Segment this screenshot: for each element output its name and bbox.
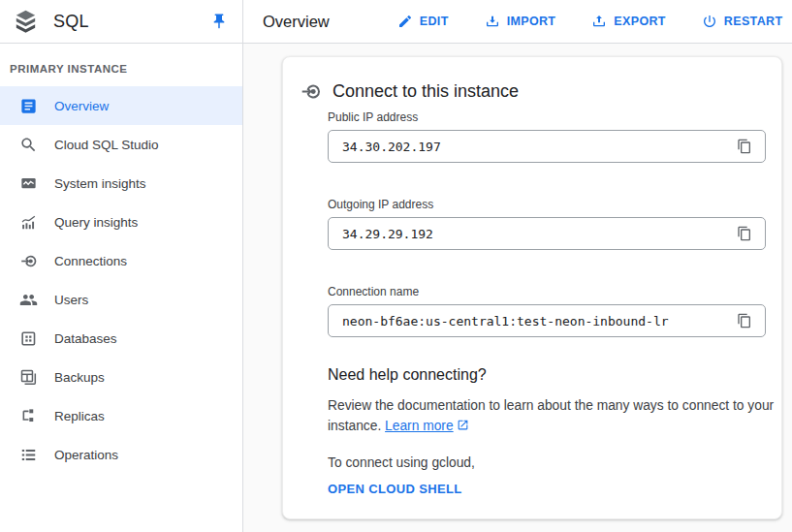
action-buttons: EDIT IMPORT EXPORT RESTART	[397, 14, 792, 29]
sidebar-item-label: System insights	[54, 176, 146, 191]
field-label: Connection name	[328, 285, 766, 298]
copy-icon	[737, 313, 752, 329]
connection-icon	[19, 252, 38, 270]
sidebar-item-replicas[interactable]: Replicas	[0, 396, 242, 435]
primary-instance-section-label: PRIMARY INSTANCE	[0, 44, 242, 86]
copy-button[interactable]	[732, 221, 757, 246]
document-icon	[19, 97, 38, 115]
action-bar: Overview EDIT IMPORT EXPORT	[243, 0, 792, 44]
copy-icon	[737, 139, 752, 154]
export-icon	[591, 14, 607, 29]
sidebar-item-label: Query insights	[54, 215, 138, 230]
help-title: Need help connecting?	[328, 366, 766, 384]
help-text: Review the documentation to learn about …	[328, 395, 787, 436]
edit-button[interactable]: EDIT	[397, 14, 449, 29]
sidebar-item-databases[interactable]: Databases	[0, 319, 242, 358]
monitor-chart-icon	[19, 174, 38, 193]
sidebar-item-connections[interactable]: Connections	[0, 241, 242, 280]
sidebar-item-label: Backups	[54, 370, 105, 385]
connection-name-field: neon-bf6ae:us-central1:test-neon-inbound…	[328, 304, 766, 337]
content-area: Connect to this instance Public IP addre…	[243, 44, 792, 532]
sidebar-header: SQL	[0, 0, 242, 44]
copy-icon	[737, 226, 752, 241]
cloud-sql-logo-icon	[13, 9, 39, 35]
sidebar-item-cloud-sql-studio[interactable]: Cloud SQL Studio	[0, 125, 242, 164]
field-label: Outgoing IP address	[328, 198, 766, 211]
sidebar-item-query-insights[interactable]: Query insights	[0, 203, 242, 241]
power-icon	[702, 14, 717, 29]
sidebar-item-label: Users	[54, 293, 88, 307]
cloud-sql-console: SQL PRIMARY INSTANCE Overview Cloud SQL …	[0, 0, 792, 532]
card-title: Connect to this instance	[333, 81, 519, 102]
card-body: Public IP address 34.30.202.197 Outgoing…	[328, 110, 766, 497]
sidebar-item-operations[interactable]: Operations	[0, 435, 242, 474]
field-value: 34.29.29.192	[342, 227, 732, 241]
sidebar-item-label: Operations	[54, 448, 118, 462]
action-label: EXPORT	[614, 15, 666, 28]
action-label: IMPORT	[507, 15, 556, 28]
sidebar-item-system-insights[interactable]: System insights	[0, 164, 242, 203]
import-button[interactable]: IMPORT	[485, 14, 556, 29]
sidebar-item-label: Connections	[54, 254, 127, 268]
pin-button[interactable]	[208, 11, 230, 32]
push-pin-icon	[210, 13, 228, 30]
restart-button[interactable]: RESTART	[702, 14, 783, 29]
learn-more-label: Learn more	[385, 419, 454, 433]
sidebar: SQL PRIMARY INSTANCE Overview Cloud SQL …	[0, 0, 243, 532]
card-header: Connect to this instance	[300, 80, 766, 103]
page-title: Overview	[263, 13, 330, 31]
field-value: neon-bf6ae:us-central1:test-neon-inbound…	[342, 314, 732, 329]
sidebar-item-overview[interactable]: Overview	[0, 86, 242, 125]
open-in-new-icon	[457, 419, 469, 431]
gcloud-text: To connect using gcloud,	[328, 455, 766, 470]
copy-button[interactable]	[732, 134, 757, 159]
sidebar-item-label: Overview	[54, 99, 109, 113]
public-ip-field: 34.30.202.197	[328, 130, 766, 163]
bar-chart-icon	[19, 213, 38, 232]
sidebar-item-users[interactable]: Users	[0, 280, 242, 319]
sidebar-item-label: Replicas	[54, 409, 105, 423]
connection-icon	[300, 80, 322, 103]
sidebar-item-label: Cloud SQL Studio	[54, 138, 159, 152]
copy-button[interactable]	[732, 308, 757, 333]
list-icon	[19, 446, 38, 464]
import-icon	[485, 14, 500, 29]
action-label: RESTART	[724, 15, 783, 28]
product-title: SQL	[53, 12, 89, 32]
export-button[interactable]: EXPORT	[591, 14, 666, 29]
field-label: Public IP address	[328, 110, 766, 124]
connect-card: Connect to this instance Public IP addre…	[282, 56, 782, 519]
backup-table-icon	[19, 368, 38, 387]
sidebar-item-backups[interactable]: Backups	[0, 358, 242, 396]
pencil-icon	[397, 14, 413, 29]
action-label: EDIT	[420, 15, 449, 28]
database-grid-icon	[19, 329, 38, 348]
main-area: Overview EDIT IMPORT EXPORT	[243, 0, 792, 532]
people-icon	[19, 291, 38, 309]
search-icon	[19, 136, 38, 154]
sidebar-item-label: Databases	[54, 331, 117, 346]
field-value: 34.30.202.197	[342, 140, 732, 154]
open-cloud-shell-button[interactable]: OPEN CLOUD SHELL	[328, 482, 462, 496]
replica-tree-icon	[19, 407, 38, 425]
outgoing-ip-field: 34.29.29.192	[328, 217, 766, 250]
learn-more-link[interactable]: Learn more	[385, 419, 469, 433]
